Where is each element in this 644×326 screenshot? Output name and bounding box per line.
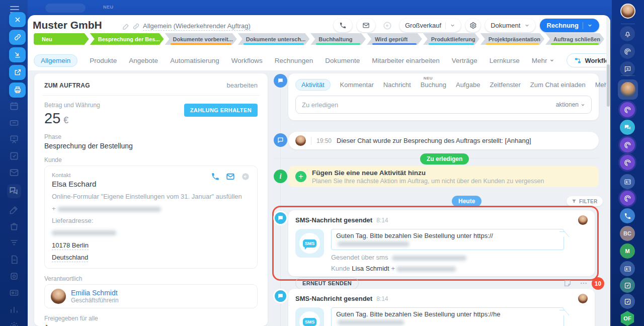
street-blurred	[52, 228, 250, 237]
phase-label: Phase	[44, 133, 258, 140]
header-actions: Großverkauf Dokument Rechnung	[334, 19, 599, 32]
chat-bubbles-icon[interactable]	[620, 120, 635, 135]
add-activity-icon[interactable]: +	[295, 171, 306, 182]
funnel-icon[interactable]	[9, 238, 19, 248]
deal-spiral-icon[interactable]	[620, 102, 635, 117]
deal-spiral-icon[interactable]	[620, 137, 635, 152]
contact-avatar-active[interactable]	[618, 79, 638, 100]
file-icon[interactable]	[9, 255, 19, 265]
email-button[interactable]	[357, 19, 375, 32]
drawer-icon[interactable]	[9, 118, 19, 128]
call-button[interactable]	[334, 19, 352, 32]
tab-rechnungen[interactable]: Rechnungen	[275, 57, 313, 64]
tab-dokumente[interactable]: Dokumente	[325, 57, 360, 64]
responsible-name[interactable]: Emilia Schmidt	[71, 289, 119, 297]
tutorial-step-badge: 10	[592, 277, 604, 290]
city-value[interactable]: 10178 Berlin	[52, 241, 250, 250]
user-avatar[interactable]	[620, 4, 635, 19]
presentation-icon[interactable]	[9, 134, 19, 144]
mail-icon[interactable]	[9, 168, 19, 178]
tab-angebote[interactable]: Angebote	[129, 57, 158, 64]
pipeline-stage[interactable]: Projektpräsentation	[480, 33, 544, 45]
filter-button[interactable]: FILTER	[567, 196, 603, 206]
sms-customer-name[interactable]: Lisa Schmidt	[352, 265, 389, 272]
tab-mitarbeiter-einarbeiten[interactable]: Mitarbeiter einarbeiten	[372, 57, 439, 64]
print-button[interactable]	[9, 83, 26, 98]
notifications-bell-icon[interactable]	[620, 26, 635, 41]
composer-tab-buchung[interactable]: NEUBuchung	[421, 81, 446, 89]
contact-initials-badge[interactable]: M	[620, 243, 635, 259]
composer-tab-aufgabe[interactable]: Aufgabe	[456, 81, 480, 89]
tab-vertraege[interactable]: Verträge	[452, 57, 477, 64]
contact-name[interactable]: Elsa Eschard	[52, 180, 96, 188]
crm-spiral-icon[interactable]	[620, 44, 635, 59]
more-options-icon[interactable]	[580, 279, 588, 287]
company-initials-badge[interactable]: OF	[620, 311, 635, 326]
tab-produkte[interactable]: Produkte	[90, 57, 117, 64]
pipeline-stage[interactable]: Besprechung der Bes...	[90, 33, 164, 45]
edit-title-icon[interactable]	[122, 23, 130, 30]
contact-card-icon[interactable]	[620, 174, 635, 189]
pipeline-select[interactable]: Großverkauf	[399, 19, 461, 32]
note-icon[interactable]	[564, 279, 572, 287]
tab-workflows[interactable]: Workflows	[231, 57, 263, 64]
shop-bag-icon[interactable]	[9, 221, 19, 231]
payment-received-button[interactable]: ZAHLUNG ERHALTEN	[184, 104, 258, 117]
calendar-icon[interactable]	[9, 101, 19, 111]
actions-dropdown[interactable]: aktionen	[556, 101, 585, 108]
composer-tab-zum-chat-einladen[interactable]: Zum Chat einladen	[530, 81, 586, 89]
country-value[interactable]: Deutschland	[52, 254, 250, 262]
edit-link[interactable]: bearbeiten	[227, 82, 258, 89]
chat-feed-entry[interactable]: 19:50 Dieser Chat wurde zur Besprechung …	[288, 132, 599, 149]
deal-spiral-icon[interactable]	[620, 191, 635, 206]
pipeline-stage[interactable]: Dokumente vorbereit...	[165, 33, 237, 45]
invoice-button[interactable]: Rechnung	[540, 19, 599, 32]
panel-title: ZUM AUFTRAG	[44, 82, 90, 89]
link-button[interactable]	[9, 30, 26, 45]
pipeline-stage[interactable]: Auftrag schließen	[545, 33, 604, 45]
task-check-icon[interactable]	[620, 278, 635, 293]
sms-entry-title: SMS-Nachricht gesendet	[295, 295, 372, 302]
composer-tab-zeitfenster[interactable]: Zeitfenster	[490, 81, 520, 89]
chat-history-icon[interactable]	[620, 61, 635, 76]
settings-gear-button[interactable]	[465, 19, 480, 32]
pipeline-stage[interactable]: Dokumente untersch...	[238, 33, 310, 45]
document-select[interactable]: Dokument	[485, 19, 535, 32]
composer-tab-aktivitaet[interactable]: Aktivität	[295, 79, 331, 91]
contact-initials-badge[interactable]: BC	[620, 226, 635, 241]
bar-chart-icon[interactable]	[9, 304, 19, 314]
pipeline-stage[interactable]: Neu	[34, 33, 89, 45]
tab-allgemein[interactable]: Allgemein	[34, 54, 77, 67]
tab-more[interactable]: Mehr	[532, 57, 554, 64]
task-check-icon[interactable]	[620, 294, 635, 309]
phone-icon[interactable]	[211, 172, 220, 181]
composer-tab-nachricht[interactable]: Nachricht	[383, 81, 411, 89]
close-button[interactable]	[9, 12, 26, 27]
pipeline-stage[interactable]: Buchhaltung	[310, 33, 366, 45]
composer-tab-kommentar[interactable]: Kommentar	[340, 81, 374, 89]
contact-card-icon[interactable]	[620, 261, 635, 276]
form-note[interactable]: Online-Formular "Eigene Einstellungen vo…	[52, 193, 250, 200]
import-button[interactable]	[9, 47, 26, 62]
pipeline-stage[interactable]: Produktlieferung	[423, 33, 479, 45]
package-icon[interactable]	[9, 271, 19, 281]
todo-section-pill[interactable]: Zu erledigen	[420, 153, 469, 165]
todo-input[interactable]	[302, 101, 556, 109]
pipeline-stage[interactable]: Wird geprüft	[367, 33, 422, 45]
card-icon[interactable]	[9, 288, 19, 298]
deal-spiral-icon[interactable]	[620, 155, 635, 170]
pencil-icon[interactable]	[9, 205, 19, 215]
feed-scrollbar-thumb[interactable]	[607, 64, 610, 107]
gear-icon[interactable]	[9, 321, 19, 326]
resend-button[interactable]: ERNEUT SENDEN	[295, 277, 359, 289]
tab-automatisierung[interactable]: Automatisierung	[170, 57, 219, 64]
mail-icon[interactable]	[226, 172, 235, 181]
copy-link-icon[interactable]	[132, 23, 140, 30]
external-link-button[interactable]	[9, 65, 26, 80]
tab-lernkurse[interactable]: Lernkurse	[490, 57, 520, 64]
chats-icon[interactable]	[7, 184, 21, 198]
workflows-button[interactable]: Workflows	[567, 53, 610, 67]
phone-call-icon[interactable]	[620, 208, 635, 223]
comment-bubble-icon	[274, 74, 287, 88]
check-square-icon[interactable]	[9, 151, 19, 161]
